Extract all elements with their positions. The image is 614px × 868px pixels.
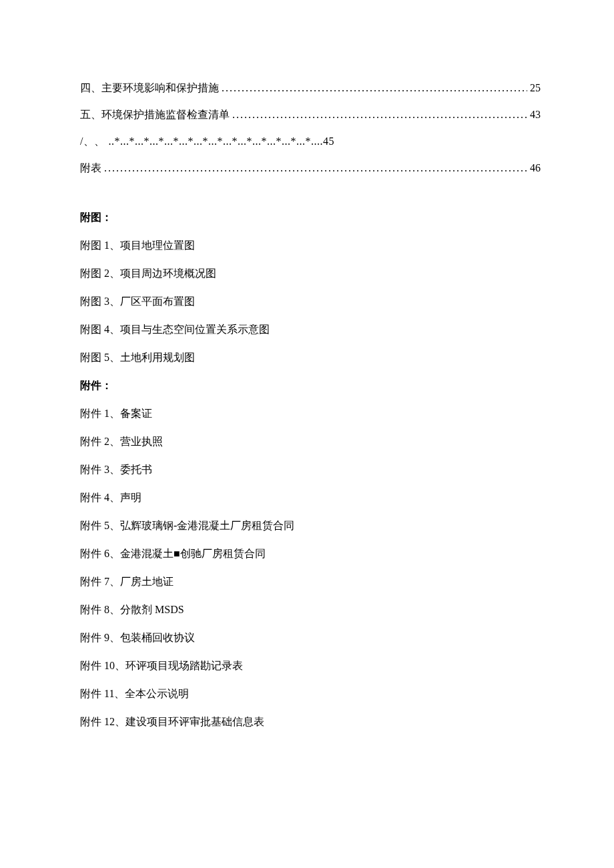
toc-entry-garbled: /、、 ..*...*...*...*...*...*...*...*...*.… — [80, 133, 541, 149]
toc-entry: 四、主要环境影响和保护措施 25 — [80, 80, 541, 96]
attachment-item: 附件 7、厂房土地证 — [80, 574, 541, 590]
figure-item: 附图 5、土地利用规划图 — [80, 350, 541, 366]
figures-section: 附图： 附图 1、项目地理位置图 附图 2、项目周边环境概况图 附图 3、厂区平… — [80, 209, 541, 366]
toc-entry-label: 四、主要环境影响和保护措施 — [80, 80, 219, 96]
attachments-heading: 附件： — [80, 378, 541, 394]
attachment-item: 附件 9、包装桶回收协议 — [80, 630, 541, 646]
toc-entry: 五、环境保护措施监督检查清单 43 — [80, 107, 541, 123]
attachments-section: 附件： 附件 1、备案证 附件 2、营业执照 附件 3、委托书 附件 4、声明 … — [80, 378, 541, 730]
attachment-item: 附件 10、环评项目现场踏勘记录表 — [80, 658, 541, 674]
attachment-item: 附件 4、声明 — [80, 490, 541, 506]
figures-heading: 附图： — [80, 209, 541, 226]
toc-entry-page: 43 — [530, 107, 541, 123]
toc-dots — [104, 160, 527, 176]
figure-item: 附图 1、项目地理位置图 — [80, 238, 541, 254]
toc-entry: 附表 46 — [80, 160, 541, 176]
attachment-item: 附件 8、分散剂 MSDS — [80, 602, 541, 618]
figure-item: 附图 4、项目与生态空间位置关系示意图 — [80, 322, 541, 338]
figure-item: 附图 3、厂区平面布置图 — [80, 294, 541, 310]
attachment-item: 附件 2、营业执照 — [80, 434, 541, 450]
attachment-item: 附件 1、备案证 — [80, 406, 541, 422]
toc-garbled-text: /、、 ..*...*...*...*...*...*...*...*...*.… — [80, 133, 334, 149]
toc-entry-label: 附表 — [80, 160, 101, 176]
figure-item: 附图 2、项目周边环境概况图 — [80, 266, 541, 282]
attachment-item: 附件 12、建设项目环评审批基础信息表 — [80, 714, 541, 730]
toc-dots — [222, 80, 527, 96]
attachment-item: 附件 11、全本公示说明 — [80, 686, 541, 702]
table-of-contents: 四、主要环境影响和保护措施 25 五、环境保护措施监督检查清单 43 /、、 .… — [80, 80, 541, 176]
toc-entry-page: 25 — [530, 80, 541, 96]
attachment-item: 附件 3、委托书 — [80, 462, 541, 478]
toc-dots — [232, 107, 527, 123]
attachment-item: 附件 6、金港混凝土■创驰厂房租赁合同 — [80, 546, 541, 562]
attachment-item: 附件 5、弘辉玻璃钢-金港混凝土厂房租赁合同 — [80, 518, 541, 534]
toc-entry-label: 五、环境保护措施监督检查清单 — [80, 107, 230, 123]
toc-entry-page: 46 — [530, 160, 541, 176]
